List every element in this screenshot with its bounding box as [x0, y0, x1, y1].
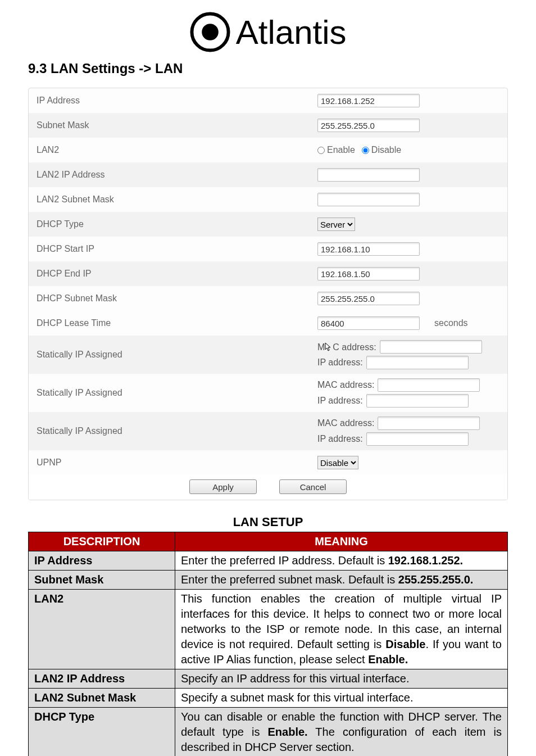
input-static1-mac[interactable]: [380, 340, 482, 354]
settings-row-static2: Statically IP AssignedMAC address:IP add…: [29, 374, 507, 412]
label-subnet_mask: Subnet Mask: [37, 120, 317, 130]
value-lan2_mask: [317, 193, 499, 206]
label-lan2: LAN2: [37, 145, 317, 155]
settings-row-upnp: UPNPDisable: [29, 450, 507, 475]
label-static2: Statically IP Assigned: [37, 388, 317, 398]
meaning-cell: Specify an IP address for this virtual i…: [175, 669, 508, 689]
label-lan2_ip: LAN2 IP Address: [37, 170, 317, 180]
settings-row-dhcp_start: DHCP Start IP: [29, 237, 507, 261]
label-dhcp_start: DHCP Start IP: [37, 244, 317, 254]
select-dhcp_type[interactable]: Server: [317, 218, 355, 231]
settings-row-subnet_mask: Subnet Mask: [29, 113, 507, 138]
settings-row-lan2_ip: LAN2 IP Address: [29, 162, 507, 187]
input-dhcp_start[interactable]: [317, 242, 420, 256]
label-dhcp_type: DHCP Type: [37, 219, 317, 229]
ip-label-static2: IP address:: [317, 396, 363, 406]
settings-row-dhcp_type: DHCP TypeServer: [29, 212, 507, 237]
input-lan2_mask[interactable]: [317, 193, 420, 206]
value-upnp: Disable: [317, 456, 499, 469]
input-dhcp_mask[interactable]: [317, 292, 420, 305]
settings-row-static1: Statically IP AssignedMC address:IP addr…: [29, 336, 507, 374]
lan-settings-panel: IP AddressSubnet MaskLAN2EnableDisableLA…: [28, 88, 508, 500]
settings-row-dhcp_lease: DHCP Lease Timeseconds: [29, 311, 507, 336]
lan-setup-table: DESCRIPTION MEANING IP AddressEnter the …: [28, 532, 508, 756]
brand-logo-row: Atlantis: [28, 11, 508, 53]
radio-lan2-disable[interactable]: [362, 147, 369, 154]
meaning-cell: Specify a subnet mask for this virtual i…: [175, 689, 508, 708]
radio-lan2-enable[interactable]: [317, 147, 325, 154]
desc-cell: DHCP Type: [29, 708, 175, 757]
ip-label-static3: IP address:: [317, 434, 363, 444]
label-dhcp_mask: DHCP Subnet Mask: [37, 293, 317, 304]
input-static2-mac[interactable]: [378, 378, 480, 392]
ip-label-static1: IP address:: [317, 357, 363, 368]
input-dhcp_end[interactable]: [317, 267, 420, 280]
input-static3-ip[interactable]: [366, 432, 469, 446]
cancel-button[interactable]: Cancel: [279, 479, 347, 494]
desc-cell: LAN2 Subnet Mask: [29, 689, 175, 708]
table-row: Subnet MaskEnter the preferred subnet ma…: [29, 571, 508, 590]
input-subnet_mask[interactable]: [317, 119, 420, 132]
input-static1-ip[interactable]: [366, 356, 469, 369]
table-row: LAN2This function enables the creation o…: [29, 590, 508, 669]
settings-row-ip_address: IP Address: [29, 88, 507, 113]
table-row: LAN2 Subnet MaskSpecify a subnet mask fo…: [29, 689, 508, 708]
value-static3: MAC address:IP address:: [317, 415, 499, 447]
radio-label-lan2-enable: Enable: [327, 145, 355, 155]
button-bar: ApplyCancel: [29, 475, 507, 500]
value-static1: MC address:IP address:: [317, 339, 499, 370]
input-dhcp_lease[interactable]: [317, 316, 420, 330]
settings-row-lan2: LAN2EnableDisable: [29, 138, 507, 162]
cursor-icon: [325, 342, 333, 351]
meaning-cell: Enter the preferred IP address. Default …: [175, 551, 508, 571]
label-upnp: UPNP: [37, 458, 317, 468]
label-dhcp_lease: DHCP Lease Time: [37, 318, 317, 328]
meaning-cell: This function enables the creation of mu…: [175, 590, 508, 669]
svg-point-1: [202, 24, 219, 40]
settings-row-lan2_mask: LAN2 Subnet Mask: [29, 187, 507, 212]
desc-cell: LAN2: [29, 590, 175, 669]
apply-button[interactable]: Apply: [189, 479, 257, 494]
meaning-cell: Enter the preferred subnet mask. Default…: [175, 571, 508, 590]
select-upnp[interactable]: Disable: [317, 456, 358, 469]
table-row: DHCP TypeYou can disable or enable the f…: [29, 708, 508, 757]
label-static3: Statically IP Assigned: [37, 426, 317, 436]
input-static2-ip[interactable]: [366, 394, 469, 408]
value-dhcp_end: [317, 267, 499, 280]
mac-label-static1: MC address:: [317, 341, 376, 352]
table-header-description: DESCRIPTION: [29, 532, 175, 551]
mac-label-static3: MAC address:: [317, 418, 374, 428]
settings-row-dhcp_end: DHCP End IP: [29, 261, 507, 286]
value-static2: MAC address:IP address:: [317, 377, 499, 409]
mac-label-static2: MAC address:: [317, 380, 374, 390]
value-lan2_ip: [317, 168, 499, 182]
settings-row-dhcp_mask: DHCP Subnet Mask: [29, 286, 507, 311]
input-lan2_ip[interactable]: [317, 168, 420, 182]
value-dhcp_type: Server: [317, 218, 499, 231]
lan-setup-title: LAN SETUP: [28, 515, 508, 529]
value-dhcp_start: [317, 242, 499, 256]
settings-row-static3: Statically IP AssignedMAC address:IP add…: [29, 412, 507, 450]
value-lan2: EnableDisable: [317, 145, 499, 155]
section-heading: 9.3 LAN Settings -> LAN: [28, 61, 508, 76]
table-row: IP AddressEnter the preferred IP address…: [29, 551, 508, 571]
brand-name: Atlantis: [236, 13, 347, 52]
table-row: LAN2 IP AddressSpecify an IP address for…: [29, 669, 508, 689]
input-ip_address[interactable]: [317, 94, 420, 107]
value-ip_address: [317, 94, 499, 107]
radio-label-lan2-disable: Disable: [371, 145, 401, 155]
label-ip_address: IP Address: [37, 96, 317, 106]
input-static3-mac[interactable]: [378, 417, 480, 430]
desc-cell: LAN2 IP Address: [29, 669, 175, 689]
table-header-meaning: MEANING: [175, 532, 508, 551]
atlantis-logo-icon: [189, 11, 231, 53]
meaning-cell: You can disable or enable the function w…: [175, 708, 508, 757]
label-dhcp_end: DHCP End IP: [37, 269, 317, 279]
label-lan2_mask: LAN2 Subnet Mask: [37, 194, 317, 205]
after-dhcp_lease: seconds: [434, 318, 468, 328]
value-dhcp_lease: seconds: [317, 316, 499, 330]
desc-cell: IP Address: [29, 551, 175, 571]
desc-cell: Subnet Mask: [29, 571, 175, 590]
label-static1: Statically IP Assigned: [37, 350, 317, 360]
value-dhcp_mask: [317, 292, 499, 305]
